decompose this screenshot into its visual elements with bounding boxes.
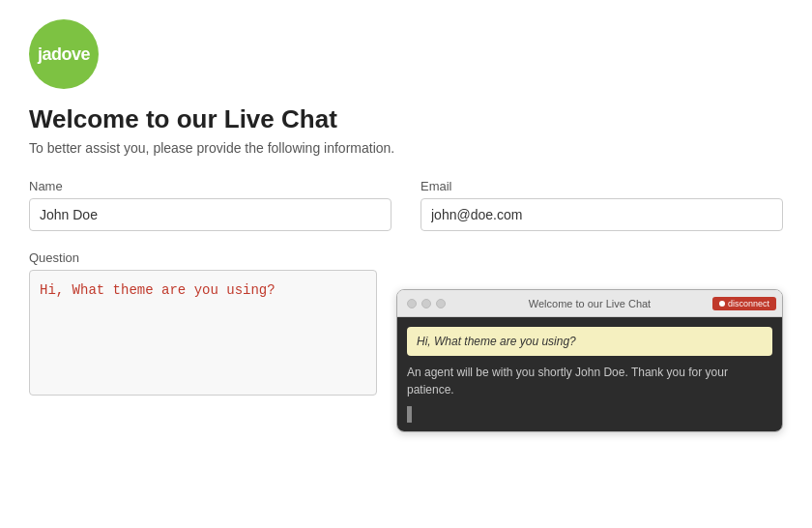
email-input[interactable] — [420, 198, 783, 231]
bottom-row: Hi, What theme are you using? Welcome to… — [29, 270, 783, 432]
name-email-row: Name Email — [29, 179, 783, 231]
tl-minimize[interactable] — [421, 299, 431, 308]
question-area: Hi, What theme are you using? — [29, 270, 377, 399]
disconnect-button[interactable]: disconnect — [712, 297, 776, 310]
disconnect-dot — [719, 301, 725, 307]
disconnect-label: disconnect — [728, 299, 769, 308]
name-input[interactable] — [29, 198, 392, 231]
tl-close[interactable] — [407, 299, 417, 308]
traffic-lights — [407, 299, 446, 308]
chat-input-row: ▌ — [407, 406, 772, 422]
question-label: Question — [29, 250, 783, 265]
email-label: Email — [420, 179, 783, 193]
chat-question-bubble: Hi, What theme are you using? — [407, 327, 772, 356]
question-input[interactable]: Hi, What theme are you using? — [29, 270, 377, 396]
name-group: Name — [29, 179, 392, 231]
chat-agent-message: An agent will be with you shortly John D… — [407, 364, 772, 398]
name-label: Name — [29, 179, 392, 193]
logo-text: jadove — [38, 44, 90, 65]
page-subtitle: To better assist you, please provide the… — [29, 140, 783, 156]
logo: jadove — [29, 19, 99, 89]
tl-maximize[interactable] — [436, 299, 446, 308]
chat-input-icon: ▌ — [407, 406, 417, 422]
chat-body: Hi, What theme are you using? An agent w… — [397, 317, 782, 431]
chat-window: Welcome to our Live Chat disconnect Hi, … — [396, 289, 783, 432]
chat-titlebar: Welcome to our Live Chat disconnect — [397, 290, 782, 317]
chat-window-title: Welcome to our Live Chat — [529, 298, 651, 309]
email-group: Email — [420, 179, 783, 231]
page-title: Welcome to our Live Chat — [29, 104, 783, 134]
